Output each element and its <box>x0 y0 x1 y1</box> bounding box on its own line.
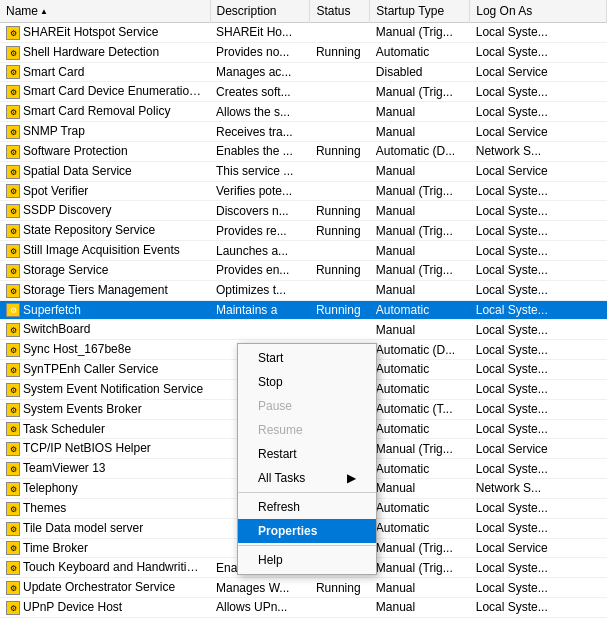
col-header-name[interactable]: Name ▲ <box>0 0 210 23</box>
service-icon: ⚙ <box>6 482 20 496</box>
service-startup-cell: Manual <box>370 102 470 122</box>
service-name-cell: ⚙Smart Card Removal Policy <box>0 102 210 122</box>
context-menu-item[interactable]: Properties <box>238 519 376 543</box>
service-name-cell: ⚙Shell Hardware Detection <box>0 42 210 62</box>
service-name-cell: ⚙Task Scheduler <box>0 419 210 439</box>
table-row[interactable]: ⚙Smart Card Removal PolicyAllows the s..… <box>0 102 607 122</box>
service-name-text: Touch Keyboard and Handwriting Panel Se.… <box>23 560 210 574</box>
table-row[interactable]: ⚙State Repository ServiceProvides re...R… <box>0 221 607 241</box>
context-menu-item[interactable]: All Tasks▶ <box>238 466 376 490</box>
table-row[interactable]: ⚙Shell Hardware DetectionProvides no...R… <box>0 42 607 62</box>
service-logon-cell: Network S... <box>470 479 607 499</box>
service-name-text: TeamViewer 13 <box>23 461 106 475</box>
service-name-cell: ⚙Spot Verifier <box>0 181 210 201</box>
service-desc-cell: Manages ac... <box>210 62 310 82</box>
table-row[interactable]: ⚙Spot VerifierVerifies pote...Manual (Tr… <box>0 181 607 201</box>
context-menu-item[interactable]: Start <box>238 346 376 370</box>
service-desc-cell <box>210 320 310 340</box>
service-icon: ⚙ <box>6 343 20 357</box>
service-icon: ⚙ <box>6 383 20 397</box>
service-name-cell: ⚙Themes <box>0 498 210 518</box>
service-name-cell: ⚙Smart Card Device Enumeration Service <box>0 82 210 102</box>
service-name-text: SwitchBoard <box>23 322 90 336</box>
service-startup-cell: Manual <box>370 122 470 142</box>
service-name-text: Smart Card Device Enumeration Service <box>23 84 210 98</box>
table-row[interactable]: ⚙SNMP TrapReceives tra...ManualLocal Ser… <box>0 122 607 142</box>
service-icon: ⚙ <box>6 46 20 60</box>
service-startup-cell: Manual (Trig... <box>370 23 470 43</box>
table-row[interactable]: ⚙SHAREit Hotspot ServiceSHAREit Ho...Man… <box>0 23 607 43</box>
service-logon-cell: Local Service <box>470 439 607 459</box>
service-name-text: SHAREit Hotspot Service <box>23 25 158 39</box>
table-row[interactable]: ⚙Storage ServiceProvides en...RunningMan… <box>0 260 607 280</box>
service-startup-cell: Manual (Trig... <box>370 439 470 459</box>
col-header-status[interactable]: Status <box>310 0 370 23</box>
table-row[interactable]: ⚙Spatial Data ServiceThis service ...Man… <box>0 161 607 181</box>
service-startup-cell: Manual (Trig... <box>370 82 470 102</box>
table-header-row: Name ▲ Description Status Startup Type L… <box>0 0 607 23</box>
service-logon-cell: Local Syste... <box>470 23 607 43</box>
service-icon: ⚙ <box>6 26 20 40</box>
table-row[interactable]: ⚙Smart CardManages ac...DisabledLocal Se… <box>0 62 607 82</box>
table-row[interactable]: ⚙Update Orchestrator ServiceManages W...… <box>0 578 607 598</box>
service-status-cell <box>310 122 370 142</box>
service-name-cell: ⚙Update Orchestrator Service <box>0 578 210 598</box>
service-name-text: Sync Host_167be8e <box>23 342 131 356</box>
context-menu-item[interactable]: Stop <box>238 370 376 394</box>
service-startup-cell: Manual (Trig... <box>370 260 470 280</box>
service-desc-cell: Verifies pote... <box>210 181 310 201</box>
col-header-startup[interactable]: Startup Type <box>370 0 470 23</box>
table-row[interactable]: ⚙Storage Tiers ManagementOptimizes t...M… <box>0 280 607 300</box>
table-row[interactable]: ⚙Smart Card Device Enumeration ServiceCr… <box>0 82 607 102</box>
service-icon: ⚙ <box>6 284 20 298</box>
service-name-cell: ⚙Storage Service <box>0 260 210 280</box>
service-name-cell: ⚙Spatial Data Service <box>0 161 210 181</box>
service-icon: ⚙ <box>6 561 20 575</box>
service-name-cell: ⚙SNMP Trap <box>0 122 210 142</box>
service-logon-cell: Local Syste... <box>470 459 607 479</box>
service-desc-cell: Allows the s... <box>210 102 310 122</box>
service-startup-cell: Manual <box>370 578 470 598</box>
service-startup-cell: Manual (Trig... <box>370 538 470 558</box>
context-menu-item[interactable]: Refresh <box>238 495 376 519</box>
service-startup-cell: Manual <box>370 161 470 181</box>
table-row[interactable]: ⚙Still Image Acquisition EventsLaunches … <box>0 241 607 261</box>
table-row[interactable]: ⚙SSDP DiscoveryDiscovers n...RunningManu… <box>0 201 607 221</box>
service-desc-cell: Enables the ... <box>210 141 310 161</box>
service-startup-cell: Manual <box>370 598 470 618</box>
col-header-desc[interactable]: Description <box>210 0 310 23</box>
context-menu-separator <box>238 492 376 493</box>
context-menu-item[interactable]: Restart <box>238 442 376 466</box>
service-startup-cell: Manual (Trig... <box>370 181 470 201</box>
service-name-text: Storage Tiers Management <box>23 283 168 297</box>
service-name-cell: ⚙Time Broker <box>0 538 210 558</box>
table-row[interactable]: ⚙SwitchBoardManualLocal Syste... <box>0 320 607 340</box>
service-name-cell: ⚙SHAREit Hotspot Service <box>0 23 210 43</box>
context-menu-item[interactable]: Help <box>238 548 376 572</box>
service-name-text: Spatial Data Service <box>23 164 132 178</box>
service-startup-cell: Automatic <box>370 419 470 439</box>
service-icon: ⚙ <box>6 204 20 218</box>
service-status-cell <box>310 82 370 102</box>
table-row[interactable]: ⚙Software ProtectionEnables the ...Runni… <box>0 141 607 161</box>
context-menu-separator <box>238 545 376 546</box>
service-status-cell: Running <box>310 42 370 62</box>
service-desc-cell: Optimizes t... <box>210 280 310 300</box>
service-name-text: Spot Verifier <box>23 184 88 198</box>
table-row[interactable]: ⚙UPnP Device HostAllows UPn...ManualLoca… <box>0 598 607 618</box>
service-desc-cell: Maintains a <box>210 300 310 320</box>
service-startup-cell: Automatic <box>370 498 470 518</box>
service-logon-cell: Local Syste... <box>470 181 607 201</box>
service-status-cell <box>310 161 370 181</box>
service-name-text: Tile Data model server <box>23 521 143 535</box>
service-icon: ⚙ <box>6 541 20 555</box>
service-name-text: Telephony <box>23 481 78 495</box>
table-row[interactable]: ⚙SuperfetchMaintains aRunningAutomaticLo… <box>0 300 607 320</box>
service-icon: ⚙ <box>6 224 20 238</box>
service-startup-cell: Automatic (T... <box>370 399 470 419</box>
service-logon-cell: Local Syste... <box>470 82 607 102</box>
service-logon-cell: Local Syste... <box>470 598 607 618</box>
service-logon-cell: Local Service <box>470 161 607 181</box>
col-header-logon[interactable]: Log On As <box>470 0 607 23</box>
service-name-cell: ⚙State Repository Service <box>0 221 210 241</box>
